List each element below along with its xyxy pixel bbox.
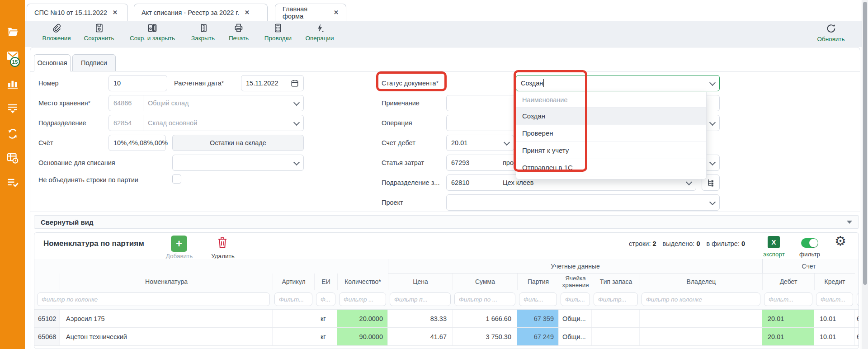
save-and-close-button[interactable]: Сохр. и закрыть — [130, 23, 175, 42]
schedule-table-icon[interactable] — [6, 152, 19, 165]
col-header-stock-type[interactable]: Тип запаса — [592, 274, 640, 290]
number-label: Номер — [38, 79, 59, 88]
close-icon[interactable]: ✕ — [113, 9, 118, 16]
col-header-owner[interactable]: Владелец — [640, 274, 762, 290]
stock-balance-button[interactable]: Остатки на складе — [172, 135, 304, 151]
tree-icon — [706, 178, 715, 187]
nomenclature-grid-panel: Номенклатура по партиям + Добавить Удали… — [34, 232, 859, 349]
col-header-sum[interactable]: Сумма — [453, 274, 517, 290]
app-sidebar: 15 — [0, 0, 25, 349]
filter-toggle[interactable] — [801, 238, 818, 248]
refresh-button[interactable]: Обновить — [817, 23, 844, 42]
cell-sku — [273, 328, 314, 345]
table-row[interactable]: 65102 Аэросил 175 кг 20.0000 83.33 1 666… — [34, 310, 859, 328]
gear-icon[interactable]: ⚙ — [835, 235, 846, 248]
filter-input-sku[interactable]: Фильт... — [274, 292, 312, 306]
attachments-button[interactable]: Вложения — [42, 23, 71, 42]
text-cursor — [543, 79, 544, 87]
filter-input-bin[interactable]: Филь... — [561, 292, 590, 306]
filter-input-debit[interactable]: Фильт... — [764, 292, 812, 306]
col-header-qty[interactable]: Количество* — [337, 274, 388, 290]
filter-input-owner[interactable]: Фильтр по колонке — [642, 292, 760, 306]
number-input[interactable]: 10 — [108, 75, 167, 91]
col-header-debit[interactable]: Дебет — [762, 274, 814, 290]
printer-icon — [233, 23, 244, 33]
col-header-price[interactable]: Цена — [388, 274, 453, 290]
filter-input-cut[interactable] — [857, 292, 859, 306]
postings-button[interactable]: Проводки — [264, 23, 292, 42]
collapse-caret-icon[interactable] — [847, 221, 852, 224]
close-icon[interactable]: ✕ — [334, 9, 339, 16]
cell-price: 41.67 — [388, 328, 453, 345]
status-combobox[interactable]: Создан — [516, 75, 720, 91]
no-merge-label: Не объединять строки по партии — [38, 175, 138, 184]
save-icon — [94, 23, 104, 33]
selected-count: 0 — [696, 240, 700, 247]
folder-icon[interactable] — [6, 25, 19, 38]
filter-input-credit[interactable]: Фильт... — [816, 292, 853, 306]
debit-account-select[interactable]: 20.01 — [446, 135, 514, 151]
writeoff-reason-label: Основание для списания — [38, 158, 115, 167]
filter-input-unit[interactable]: Ф... — [316, 292, 335, 306]
project-select[interactable] — [446, 194, 720, 211]
operations-button[interactable]: Операции — [305, 23, 334, 42]
account-input[interactable]: 10%,4%,08%,00% — [108, 135, 166, 151]
writeoff-reason-select[interactable] — [172, 155, 304, 171]
add-row-button[interactable]: + — [171, 236, 187, 252]
tasks-check-icon[interactable] — [6, 176, 19, 189]
filter-input-name[interactable]: Фильтр по колонке — [37, 292, 270, 306]
status-dropdown-list: Наименование Создан Проверен Принят к уч… — [516, 92, 707, 179]
add-row-label: Добавить — [162, 253, 196, 259]
cost-item-label: Статья затрат — [382, 158, 424, 167]
department-z-label: Подразделение з... — [382, 178, 439, 187]
filter-input-price[interactable]: Фильтр п... — [390, 292, 451, 306]
dropdown-option-sent-1c[interactable]: Отправлен в 1С — [516, 159, 706, 176]
excel-export-icon[interactable]: X — [768, 236, 780, 248]
status-label: Статус документа* — [382, 79, 439, 88]
collapsed-view-bar[interactable]: Свернутый вид — [34, 215, 859, 229]
doc-tab-register[interactable]: Акт списания - Реестр за 2022 г. ✕ — [134, 4, 268, 21]
dropdown-option-created[interactable]: Создан — [516, 108, 706, 125]
tab-main[interactable]: Основная — [34, 54, 71, 71]
calc-date-label: Расчетная дата* — [174, 79, 224, 88]
debit-account-label: Счет дебет — [382, 138, 415, 147]
col-header-unit[interactable]: ЕИ — [314, 274, 337, 290]
group-header-account: Счет — [762, 259, 855, 274]
department-select[interactable]: 62854 Склад основной — [108, 115, 304, 131]
storage-select[interactable]: 64866 Общий склад — [108, 95, 304, 111]
filter-input-sum[interactable]: Фильтр по ... — [454, 292, 515, 306]
close-button[interactable]: Закрыть — [191, 23, 215, 42]
print-queue-icon[interactable] — [6, 102, 19, 115]
calendar-icon[interactable] — [291, 79, 299, 87]
print-button[interactable]: Печать — [229, 23, 249, 42]
dropdown-option-checked[interactable]: Проверен — [516, 125, 706, 142]
scrollbar-thumb[interactable] — [863, 2, 867, 285]
trash-icon[interactable] — [217, 236, 228, 249]
dropdown-option-accepted[interactable]: Принят к учету — [516, 142, 706, 159]
sync-icon[interactable] — [6, 127, 19, 140]
col-header-bin[interactable]: Ячейка хранения — [559, 274, 592, 290]
col-header-sku[interactable]: Артикул — [273, 274, 314, 290]
toggle-knob — [809, 239, 818, 247]
vertical-scrollbar[interactable] — [862, 0, 868, 349]
chevron-down-icon — [709, 119, 716, 125]
filter-input-batch[interactable]: Филь... — [519, 292, 557, 306]
doc-tab-sps[interactable]: СПС №10 от 15.11.2022 ✕ — [27, 4, 128, 21]
close-icon[interactable]: ✕ — [245, 9, 250, 16]
table-row[interactable]: 65068 Ацетон технический кг 90.0000 41.6… — [34, 328, 859, 346]
no-merge-checkbox[interactable] — [172, 174, 181, 184]
door-icon — [198, 23, 208, 33]
bar-chart-icon[interactable] — [6, 77, 19, 90]
calc-date-input[interactable]: 15.11.2022 — [241, 75, 304, 91]
cell-price: 83.33 — [388, 310, 453, 327]
col-header-name[interactable]: Номенклатура — [60, 274, 273, 290]
rows-count: 2 — [653, 240, 656, 247]
col-header-batch[interactable]: Партия — [517, 274, 559, 290]
save-button[interactable]: Сохранить — [84, 23, 114, 42]
chevron-down-icon — [293, 99, 300, 105]
filter-input-qty[interactable]: Фильтр ... — [339, 292, 386, 306]
doc-tab-main-form[interactable]: Главная форма ✕ — [275, 4, 346, 21]
filter-input-stock-type[interactable]: Фильтр... — [594, 292, 638, 306]
col-header-credit[interactable]: Кредит — [814, 274, 855, 290]
tab-signatures[interactable]: Подписи — [72, 54, 116, 71]
